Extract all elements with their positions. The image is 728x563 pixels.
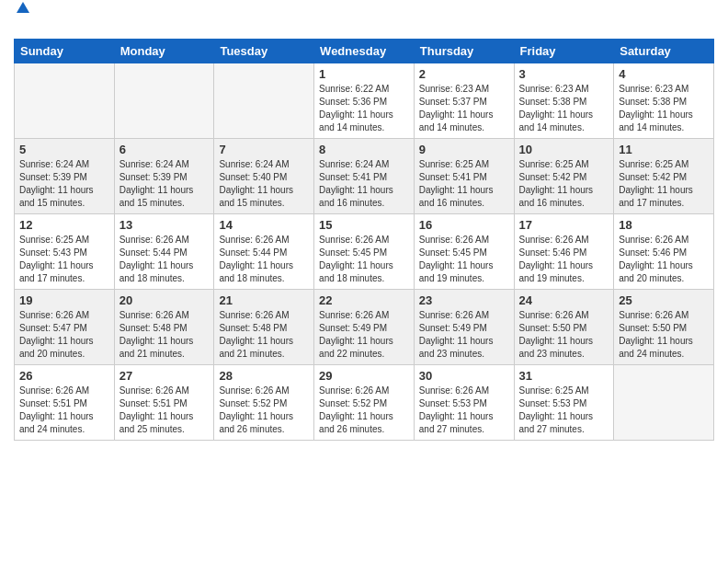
day-number: 2 <box>419 67 509 81</box>
weekday-header-thursday: Thursday <box>414 40 514 63</box>
day-info: Sunrise: 6:25 AM Sunset: 5:53 PM Dayligh… <box>519 385 609 436</box>
calendar-day-cell: 18Sunrise: 6:26 AM Sunset: 5:46 PM Dayli… <box>614 214 714 290</box>
day-info: Sunrise: 6:26 AM Sunset: 5:45 PM Dayligh… <box>419 234 509 285</box>
calendar-day-cell <box>114 63 214 139</box>
calendar-day-cell: 24Sunrise: 6:26 AM Sunset: 5:50 PM Dayli… <box>514 290 614 365</box>
calendar-day-cell <box>214 63 314 139</box>
day-info: Sunrise: 6:24 AM Sunset: 5:40 PM Dayligh… <box>219 158 309 210</box>
day-info: Sunrise: 6:26 AM Sunset: 5:44 PM Dayligh… <box>219 234 309 285</box>
calendar-day-cell: 12Sunrise: 6:25 AM Sunset: 5:43 PM Dayli… <box>15 214 115 290</box>
day-number: 23 <box>419 293 509 307</box>
day-number: 8 <box>319 143 409 156</box>
calendar-day-cell: 3Sunrise: 6:23 AM Sunset: 5:38 PM Daylig… <box>514 63 614 139</box>
day-number: 16 <box>419 218 509 232</box>
weekday-header-monday: Monday <box>114 40 214 63</box>
day-info: Sunrise: 6:26 AM Sunset: 5:52 PM Dayligh… <box>219 385 309 436</box>
day-info: Sunrise: 6:26 AM Sunset: 5:50 PM Dayligh… <box>619 309 709 361</box>
day-info: Sunrise: 6:26 AM Sunset: 5:50 PM Dayligh… <box>519 309 609 361</box>
day-number: 9 <box>419 143 509 156</box>
day-number: 29 <box>319 369 409 383</box>
calendar-day-cell: 5Sunrise: 6:24 AM Sunset: 5:39 PM Daylig… <box>15 139 115 214</box>
day-info: Sunrise: 6:23 AM Sunset: 5:38 PM Dayligh… <box>519 83 609 134</box>
calendar-day-cell: 23Sunrise: 6:26 AM Sunset: 5:49 PM Dayli… <box>414 290 514 365</box>
weekday-header-wednesday: Wednesday <box>314 40 415 63</box>
calendar-week-row: 5Sunrise: 6:24 AM Sunset: 5:39 PM Daylig… <box>15 139 714 214</box>
day-info: Sunrise: 6:26 AM Sunset: 5:44 PM Dayligh… <box>119 234 210 285</box>
day-info: Sunrise: 6:25 AM Sunset: 5:43 PM Dayligh… <box>19 234 109 285</box>
calendar-day-cell: 26Sunrise: 6:26 AM Sunset: 5:51 PM Dayli… <box>15 365 115 441</box>
calendar-table: SundayMondayTuesdayWednesdayThursdayFrid… <box>14 39 714 441</box>
day-number: 4 <box>619 67 709 81</box>
day-number: 17 <box>519 218 609 232</box>
calendar-day-cell: 13Sunrise: 6:26 AM Sunset: 5:44 PM Dayli… <box>114 214 214 290</box>
day-number: 19 <box>19 293 109 307</box>
day-number: 5 <box>19 143 109 156</box>
day-number: 11 <box>619 143 709 156</box>
calendar-day-cell <box>15 63 115 139</box>
calendar-day-cell: 21Sunrise: 6:26 AM Sunset: 5:48 PM Dayli… <box>214 290 314 365</box>
day-number: 24 <box>519 293 609 307</box>
calendar-day-cell: 20Sunrise: 6:26 AM Sunset: 5:48 PM Dayli… <box>114 290 214 365</box>
weekday-header-row: SundayMondayTuesdayWednesdayThursdayFrid… <box>15 40 714 63</box>
calendar-day-cell: 14Sunrise: 6:26 AM Sunset: 5:44 PM Dayli… <box>214 214 314 290</box>
day-info: Sunrise: 6:26 AM Sunset: 5:52 PM Dayligh… <box>319 385 409 436</box>
logo <box>14 13 31 33</box>
calendar-day-cell: 17Sunrise: 6:26 AM Sunset: 5:46 PM Dayli… <box>514 214 614 290</box>
calendar-page: SundayMondayTuesdayWednesdayThursdayFrid… <box>0 0 728 563</box>
day-number: 1 <box>319 67 409 81</box>
weekday-header-tuesday: Tuesday <box>214 40 314 63</box>
day-info: Sunrise: 6:25 AM Sunset: 5:42 PM Dayligh… <box>519 158 609 210</box>
day-number: 10 <box>519 143 609 156</box>
day-number: 15 <box>319 218 409 232</box>
calendar-day-cell: 28Sunrise: 6:26 AM Sunset: 5:52 PM Dayli… <box>214 365 314 441</box>
calendar-day-cell: 8Sunrise: 6:24 AM Sunset: 5:41 PM Daylig… <box>314 139 415 214</box>
calendar-day-cell: 1Sunrise: 6:22 AM Sunset: 5:36 PM Daylig… <box>314 63 415 139</box>
logo-icon <box>15 0 31 17</box>
svg-marker-0 <box>17 2 29 13</box>
calendar-day-cell: 30Sunrise: 6:26 AM Sunset: 5:53 PM Dayli… <box>414 365 514 441</box>
calendar-day-cell: 15Sunrise: 6:26 AM Sunset: 5:45 PM Dayli… <box>314 214 415 290</box>
day-number: 3 <box>519 67 609 81</box>
day-number: 7 <box>219 143 309 156</box>
day-number: 25 <box>619 293 709 307</box>
day-number: 31 <box>519 369 609 383</box>
calendar-day-cell: 22Sunrise: 6:26 AM Sunset: 5:49 PM Dayli… <box>314 290 415 365</box>
calendar-day-cell: 9Sunrise: 6:25 AM Sunset: 5:41 PM Daylig… <box>414 139 514 214</box>
day-number: 28 <box>219 369 309 383</box>
calendar-day-cell: 4Sunrise: 6:23 AM Sunset: 5:38 PM Daylig… <box>614 63 714 139</box>
calendar-week-row: 19Sunrise: 6:26 AM Sunset: 5:47 PM Dayli… <box>15 290 714 365</box>
calendar-day-cell: 2Sunrise: 6:23 AM Sunset: 5:37 PM Daylig… <box>414 63 514 139</box>
day-info: Sunrise: 6:26 AM Sunset: 5:45 PM Dayligh… <box>319 234 409 285</box>
day-info: Sunrise: 6:24 AM Sunset: 5:39 PM Dayligh… <box>119 158 210 210</box>
calendar-day-cell: 25Sunrise: 6:26 AM Sunset: 5:50 PM Dayli… <box>614 290 714 365</box>
calendar-day-cell: 19Sunrise: 6:26 AM Sunset: 5:47 PM Dayli… <box>15 290 115 365</box>
day-number: 22 <box>319 293 409 307</box>
day-number: 6 <box>119 143 210 156</box>
day-number: 27 <box>119 369 210 383</box>
day-info: Sunrise: 6:22 AM Sunset: 5:36 PM Dayligh… <box>319 83 409 134</box>
calendar-day-cell: 29Sunrise: 6:26 AM Sunset: 5:52 PM Dayli… <box>314 365 415 441</box>
day-info: Sunrise: 6:26 AM Sunset: 5:46 PM Dayligh… <box>519 234 609 285</box>
day-number: 13 <box>119 218 210 232</box>
calendar-week-row: 1Sunrise: 6:22 AM Sunset: 5:36 PM Daylig… <box>15 63 714 139</box>
calendar-week-row: 12Sunrise: 6:25 AM Sunset: 5:43 PM Dayli… <box>15 214 714 290</box>
day-info: Sunrise: 6:25 AM Sunset: 5:41 PM Dayligh… <box>419 158 509 210</box>
day-number: 12 <box>19 218 109 232</box>
day-info: Sunrise: 6:26 AM Sunset: 5:53 PM Dayligh… <box>419 385 509 436</box>
calendar-day-cell: 6Sunrise: 6:24 AM Sunset: 5:39 PM Daylig… <box>114 139 214 214</box>
day-info: Sunrise: 6:26 AM Sunset: 5:49 PM Dayligh… <box>319 309 409 361</box>
day-info: Sunrise: 6:26 AM Sunset: 5:46 PM Dayligh… <box>619 234 709 285</box>
day-info: Sunrise: 6:24 AM Sunset: 5:41 PM Dayligh… <box>319 158 409 210</box>
calendar-day-cell: 10Sunrise: 6:25 AM Sunset: 5:42 PM Dayli… <box>514 139 614 214</box>
calendar-day-cell: 27Sunrise: 6:26 AM Sunset: 5:51 PM Dayli… <box>114 365 214 441</box>
calendar-day-cell <box>614 365 714 441</box>
day-number: 18 <box>619 218 709 232</box>
day-number: 26 <box>19 369 109 383</box>
weekday-header-saturday: Saturday <box>614 40 714 63</box>
day-info: Sunrise: 6:26 AM Sunset: 5:48 PM Dayligh… <box>219 309 309 361</box>
day-info: Sunrise: 6:23 AM Sunset: 5:38 PM Dayligh… <box>619 83 709 134</box>
day-info: Sunrise: 6:23 AM Sunset: 5:37 PM Dayligh… <box>419 83 509 134</box>
weekday-header-friday: Friday <box>514 40 614 63</box>
day-number: 21 <box>219 293 309 307</box>
calendar-day-cell: 16Sunrise: 6:26 AM Sunset: 5:45 PM Dayli… <box>414 214 514 290</box>
